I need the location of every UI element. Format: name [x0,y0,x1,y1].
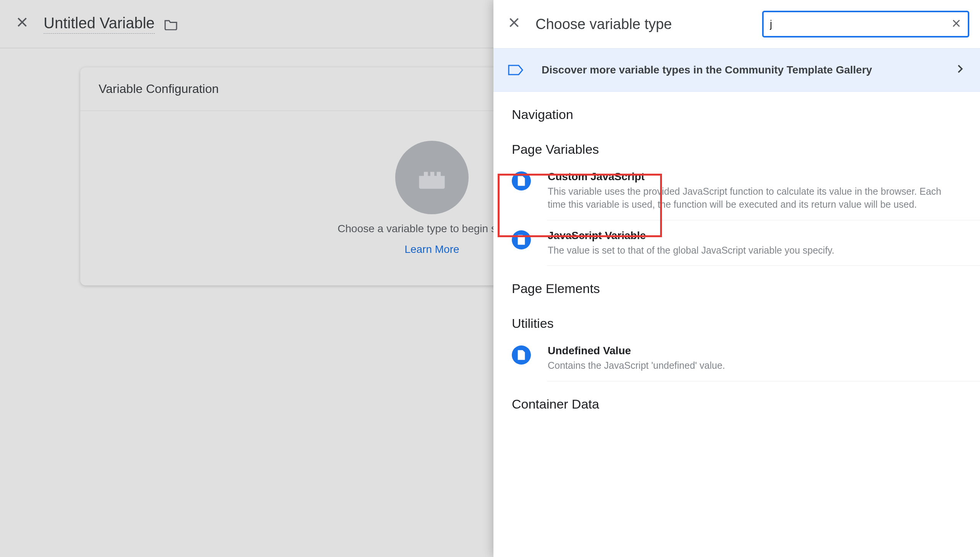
search-input[interactable] [770,18,951,30]
item-title: Undefined Value [548,345,962,357]
section-utilities: Utilities [493,301,980,336]
item-desc: The value is set to that of the global J… [548,244,962,257]
clear-search-icon[interactable] [951,17,962,32]
search-box[interactable] [762,11,969,37]
variable-type-undefined-value[interactable]: Undefined Value Contains the JavaScript … [493,336,980,381]
choose-variable-type-panel: Choose variable type Discover more varia… [493,0,980,557]
item-title: JavaScript Variable [548,230,962,242]
chevron-right-icon [955,63,965,77]
variable-type-javascript-variable[interactable]: JavaScript Variable The value is set to … [493,220,980,266]
item-desc: Contains the JavaScript 'undefined' valu… [548,359,962,372]
community-gallery-banner[interactable]: Discover more variable types in the Comm… [493,48,980,92]
document-icon [512,345,531,365]
document-icon [512,230,531,249]
section-page-elements: Page Elements [493,266,980,301]
section-navigation: Navigation [493,92,980,127]
document-icon [512,171,531,191]
banner-text: Discover more variable types in the Comm… [542,64,936,76]
item-title: Custom JavaScript [548,171,962,183]
tag-icon [508,64,523,76]
variable-type-custom-javascript[interactable]: Custom JavaScript This variable uses the… [493,161,980,220]
section-page-variables: Page Variables [493,127,980,161]
panel-close-icon[interactable] [507,16,521,33]
item-desc: This variable uses the provided JavaScri… [548,185,962,211]
panel-title: Choose variable type [535,16,672,33]
section-container-data: Container Data [493,381,980,416]
